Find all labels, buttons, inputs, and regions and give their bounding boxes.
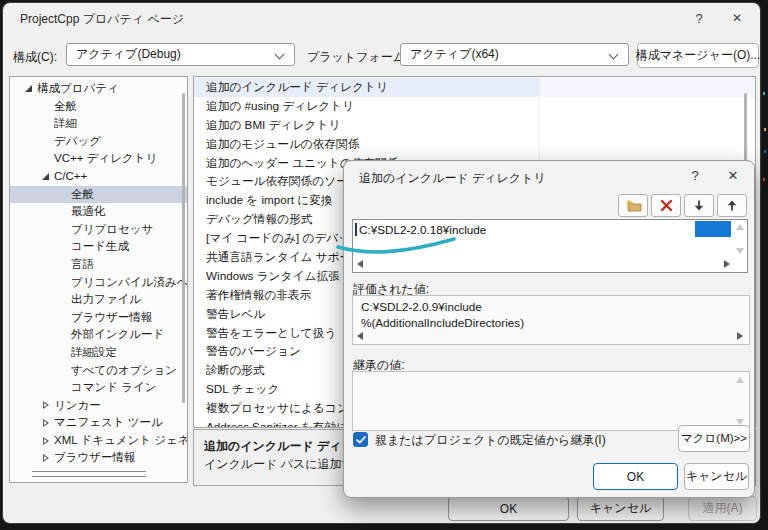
- property-row[interactable]: 追加の BMI ディレクトリ: [194, 116, 755, 135]
- directory-entry[interactable]: C:¥SDL2-2.0.18¥include: [355, 221, 695, 238]
- tree-item[interactable]: ブラウザー情報: [10, 309, 187, 327]
- tree-item[interactable]: プリコンパイル済みヘッダー: [10, 274, 187, 292]
- titlebar[interactable]: ProjectCpp プロパティ ページ ? ✕: [3, 3, 760, 33]
- main-apply-label: 適用(A): [703, 500, 743, 517]
- main-ok-button[interactable]: OK: [448, 496, 569, 521]
- desktop-pixel: [763, 178, 765, 181]
- property-row[interactable]: 追加のインクルード ディレクトリ: [194, 78, 755, 97]
- help-button[interactable]: ?: [684, 7, 714, 29]
- tree-item-label: VC++ ディレクトリ: [54, 150, 157, 168]
- property-value[interactable]: [540, 78, 755, 97]
- property-name: 追加のインクルード ディレクトリ: [194, 78, 540, 97]
- scroll-up-icon[interactable]: [736, 224, 744, 230]
- tree-item[interactable]: 言語: [10, 256, 187, 274]
- tree-item[interactable]: すべてのオプション: [10, 362, 187, 380]
- tree-item-label: 全般: [54, 98, 77, 116]
- close-button[interactable]: ✕: [722, 7, 752, 29]
- tree-item-label: デバッグ: [54, 133, 101, 151]
- scroll-right-icon[interactable]: [724, 260, 730, 268]
- move-up-icon: [726, 199, 738, 212]
- tree-item[interactable]: 全般: [10, 186, 187, 204]
- inherit-checkbox[interactable]: [353, 432, 368, 447]
- dialog-cancel-label: キャンセル: [686, 468, 747, 485]
- scroll-left-icon[interactable]: [357, 260, 363, 268]
- expanded-expander-icon[interactable]: [37, 173, 54, 180]
- macros-button[interactable]: マクロ(M)>>: [678, 425, 750, 452]
- dialog-ok-label: OK: [627, 470, 644, 484]
- scroll-down-icon[interactable]: [736, 248, 744, 254]
- tree-item[interactable]: 最適化: [10, 203, 187, 221]
- tree-item-label: 詳細: [54, 115, 77, 133]
- tree-item-label: プリコンパイル済みヘッダー: [71, 274, 188, 292]
- dialog-close-button[interactable]: ✕: [718, 164, 748, 186]
- main-apply-button[interactable]: 適用(A): [688, 496, 757, 521]
- expanded-expander-icon[interactable]: [20, 85, 37, 92]
- tree-item[interactable]: 構成プロパティ: [10, 80, 187, 98]
- tree-item[interactable]: 全般: [10, 98, 187, 116]
- dialog-ok-button[interactable]: OK: [593, 463, 678, 490]
- tree-item[interactable]: 出力ファイル: [10, 291, 187, 309]
- tree-item-label: C/C++: [54, 168, 87, 186]
- collapsed-expander-icon[interactable]: [37, 419, 54, 427]
- splitter-grip[interactable]: [32, 471, 146, 477]
- inherited-values-box: [352, 371, 750, 431]
- move-up-button[interactable]: [717, 194, 747, 217]
- evaluated-value-box: C:¥SDL2-2.0.9¥include%(AdditionalInclude…: [352, 295, 750, 345]
- new-line-button[interactable]: [618, 194, 648, 217]
- desktop-pixel: [764, 150, 766, 153]
- collapsed-expander-icon[interactable]: [37, 437, 54, 445]
- property-row[interactable]: 追加のモジュールの依存関係: [194, 135, 755, 154]
- dialog-title: 追加のインクルード ディレクトリ: [359, 170, 546, 187]
- tree-item[interactable]: 詳細: [10, 115, 187, 133]
- tree-item[interactable]: XML ドキュメント ジェネレーター: [10, 432, 187, 450]
- scroll-right-icon[interactable]: [737, 332, 743, 340]
- delete-line-button[interactable]: [651, 194, 681, 217]
- collapsed-expander-icon[interactable]: [37, 454, 54, 462]
- move-down-icon: [693, 199, 705, 212]
- evaluated-line: %(AdditionalIncludeDirectories): [353, 315, 749, 331]
- tree-scrollbar[interactable]: [182, 93, 185, 403]
- list-toolbar: [618, 194, 747, 217]
- tree-item[interactable]: コマンド ライン: [10, 379, 187, 397]
- tree-item[interactable]: 詳細設定: [10, 344, 187, 362]
- move-down-button[interactable]: [684, 194, 714, 217]
- directories-list[interactable]: C:¥SDL2-2.0.18¥include: [352, 219, 748, 273]
- tree-item-label: マニフェスト ツール: [54, 414, 163, 432]
- tree-item-label: 構成プロパティ: [37, 80, 119, 98]
- property-value[interactable]: [540, 116, 755, 135]
- tree-item[interactable]: C/C++: [10, 168, 187, 186]
- tree-item[interactable]: ブラウザー情報: [10, 449, 187, 467]
- configuration-manager-button[interactable]: 構成マネージャー(O)...: [637, 43, 759, 68]
- tree-item[interactable]: 外部インクルード: [10, 326, 187, 344]
- tree-item-label: 外部インクルード: [71, 326, 164, 344]
- tree-item-label: XML ドキュメント ジェネレーター: [54, 432, 188, 450]
- property-value[interactable]: [540, 135, 755, 154]
- tree-item[interactable]: マニフェスト ツール: [10, 414, 187, 432]
- close-icon: ✕: [732, 11, 742, 25]
- tree-item[interactable]: デバッグ: [10, 133, 187, 151]
- property-value[interactable]: [540, 97, 755, 116]
- tree-item-label: すべてのオプション: [71, 362, 177, 380]
- scroll-left-icon[interactable]: [357, 332, 363, 340]
- dialog-cancel-button[interactable]: キャンセル: [684, 463, 749, 490]
- dialog-help-button[interactable]: ?: [680, 164, 710, 186]
- collapsed-expander-icon[interactable]: [37, 401, 54, 409]
- evaluated-line: C:¥SDL2-2.0.9¥include: [353, 299, 749, 315]
- scroll-up-icon[interactable]: [736, 377, 744, 383]
- tree-item-label: ブラウザー情報: [71, 309, 153, 327]
- close-icon: ✕: [728, 168, 739, 183]
- config-tree: 構成プロパティ全般詳細デバッグVC++ ディレクトリC/C++全般最適化プリプロ…: [10, 77, 187, 467]
- platform-select[interactable]: アクティブ(x64): [400, 43, 629, 66]
- property-row[interactable]: 追加の #using ディレクトリ: [194, 97, 755, 116]
- additional-include-directories-dialog: 追加のインクルード ディレクトリ ? ✕: [343, 160, 755, 498]
- help-icon: ?: [695, 11, 702, 26]
- tree-item[interactable]: リンカー: [10, 397, 187, 415]
- tree-item[interactable]: VC++ ディレクトリ: [10, 150, 187, 168]
- chevron-down-icon: [609, 50, 619, 60]
- main-cancel-button[interactable]: キャンセル: [577, 496, 664, 521]
- tree-item[interactable]: コード生成: [10, 238, 187, 256]
- configuration-select[interactable]: アクティブ(Debug): [66, 43, 295, 66]
- tree-item-label: 出力ファイル: [71, 291, 141, 309]
- platform-value: アクティブ(x64): [410, 46, 499, 63]
- tree-item[interactable]: プリプロセッサ: [10, 221, 187, 239]
